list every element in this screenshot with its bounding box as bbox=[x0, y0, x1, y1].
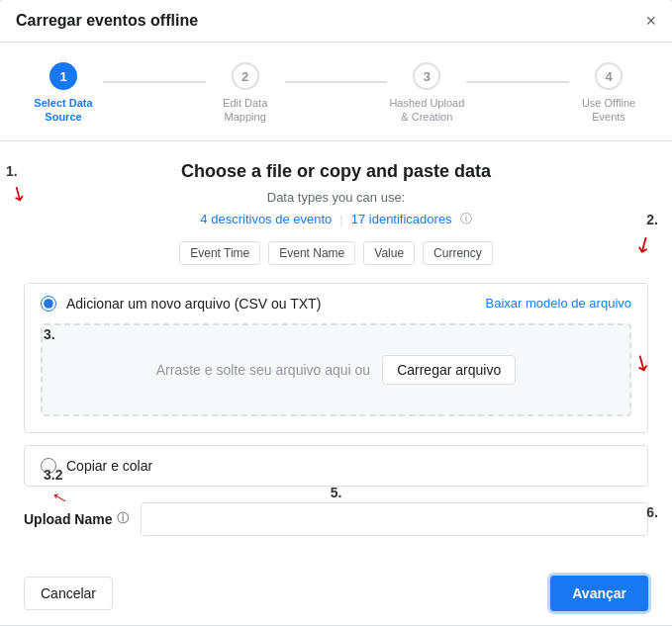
step-3: 3 Hashed Upload & Creation bbox=[387, 62, 466, 125]
tags-area: Event Time Event Name Value Currency 2. … bbox=[24, 241, 648, 265]
step-label-3: Hashed Upload & Creation bbox=[387, 96, 466, 125]
close-button[interactable]: × bbox=[645, 12, 656, 30]
upload-radio-input[interactable] bbox=[41, 296, 56, 312]
upload-name-row: Upload Name ⓘ bbox=[24, 502, 648, 536]
step-label-2: Edit Data Mapping bbox=[206, 96, 285, 125]
upload-radio-label[interactable]: Adicionar um novo arquivo (CSV ou TXT) bbox=[41, 296, 321, 312]
drop-zone-wrapper: Arraste e solte seu arquivo aqui ou Carr… bbox=[41, 323, 631, 416]
modal-title: Carregar eventos offline bbox=[16, 12, 198, 30]
tag-event-time: Event Time bbox=[179, 241, 260, 265]
copy-radio-label[interactable]: Copiar e colar bbox=[41, 458, 631, 474]
copy-section: Copiar e colar bbox=[24, 445, 648, 487]
stepper: 1 Select Data Source 2 Edit Data Mapping… bbox=[0, 43, 672, 141]
step-circle-3: 3 bbox=[413, 62, 440, 90]
step-circle-1: 1 bbox=[49, 62, 77, 90]
step-label-4: Use Offline Events bbox=[569, 96, 648, 125]
annotation-4: 4. bbox=[647, 333, 648, 349]
copy-section-wrapper: 3.2 ↑ 5. ↓ Copiar e colar bbox=[24, 445, 648, 487]
annotation-1: 1. bbox=[6, 163, 18, 179]
annotation-5: 5. bbox=[331, 485, 342, 500]
step-circle-4: 4 bbox=[595, 62, 623, 90]
descriptors-link[interactable]: 4 descritivos de evento bbox=[200, 212, 332, 226]
tag-row: Event Time Event Name Value Currency bbox=[24, 241, 648, 265]
copy-radio-text: Copiar e colar bbox=[66, 458, 152, 474]
upload-name-input[interactable] bbox=[141, 502, 648, 536]
upload-radio-text: Adicionar um novo arquivo (CSV ou TXT) bbox=[66, 296, 321, 312]
annotation-6: 6. bbox=[646, 504, 658, 520]
step-1: 1 Select Data Source bbox=[24, 62, 103, 125]
data-types-links: 4 descritivos de evento | 17 identificad… bbox=[24, 211, 648, 227]
tag-event-name: Event Name bbox=[268, 241, 355, 265]
tag-value: Value bbox=[363, 241, 415, 265]
step-circle-2: 2 bbox=[232, 62, 259, 90]
upload-name-label: Upload Name ⓘ bbox=[24, 510, 129, 527]
modal-body: 1. ↘ Choose a file or copy and paste dat… bbox=[0, 141, 672, 576]
step-4: 4 Use Offline Events bbox=[569, 62, 648, 125]
drop-zone[interactable]: Arraste e solte seu arquivo aqui ou Carr… bbox=[41, 323, 631, 416]
upload-name-info-icon[interactable]: ⓘ bbox=[117, 510, 129, 527]
advance-button[interactable]: Avançar bbox=[550, 576, 648, 611]
step-connector-2 bbox=[285, 81, 388, 83]
upload-option-header: Adicionar um novo arquivo (CSV ou TXT) B… bbox=[25, 284, 647, 323]
annotation-3: 3. bbox=[44, 326, 55, 342]
step-2: 2 Edit Data Mapping bbox=[206, 62, 285, 125]
upload-file-button[interactable]: Carregar arquivo bbox=[382, 355, 516, 385]
identifiers-link[interactable]: 17 identificadores bbox=[351, 212, 452, 226]
upload-section: Adicionar um novo arquivo (CSV ou TXT) B… bbox=[24, 283, 648, 433]
annotation-3-2: 3.2 bbox=[44, 467, 62, 483]
section-title: Choose a file or copy and paste data bbox=[24, 161, 648, 182]
annotation-2: 2. bbox=[646, 212, 658, 227]
step-label-1: Select Data Source bbox=[24, 96, 103, 125]
divider: | bbox=[339, 212, 342, 226]
tag-currency: Currency bbox=[423, 241, 493, 265]
cancel-button[interactable]: Cancelar bbox=[24, 577, 113, 610]
modal-container: Carregar eventos offline × 1 Select Data… bbox=[0, 0, 672, 626]
data-types-label: Data types you can use: bbox=[24, 190, 648, 205]
upload-section-wrapper: 3. ↑ Adicionar um novo arquivo (CSV ou T… bbox=[24, 283, 648, 433]
step-connector-1 bbox=[103, 81, 206, 83]
step-connector-3 bbox=[466, 81, 569, 83]
modal-footer: Cancelar Avançar bbox=[0, 576, 672, 625]
upload-name-wrapper: Upload Name ⓘ 6. bbox=[24, 502, 648, 536]
title-area: 1. ↘ Choose a file or copy and paste dat… bbox=[24, 161, 648, 227]
download-link[interactable]: Baixar modelo de arquivo bbox=[486, 296, 631, 311]
modal-header: Carregar eventos offline × bbox=[0, 0, 672, 43]
info-icon[interactable]: ⓘ bbox=[460, 211, 472, 227]
drop-zone-text: Arraste e solte seu arquivo aqui ou bbox=[156, 362, 370, 378]
